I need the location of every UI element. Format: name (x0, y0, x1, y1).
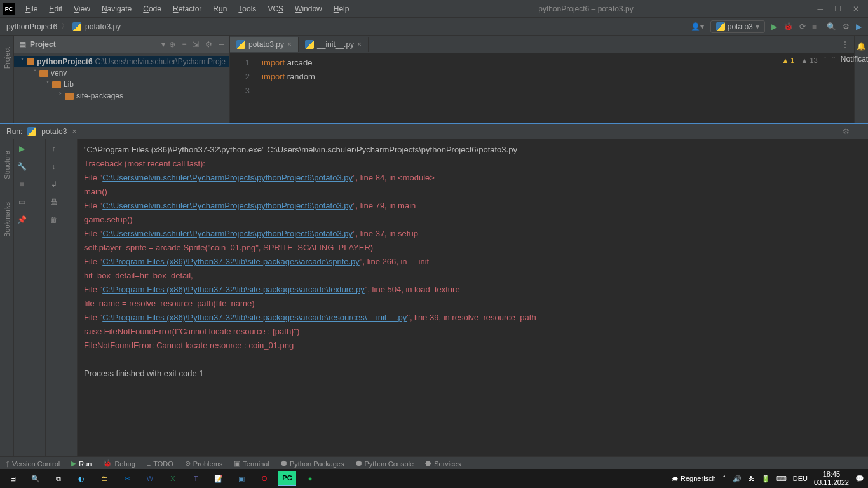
clock[interactable]: 18:45 03.11.2022 (814, 470, 849, 487)
opera-icon[interactable]: O (255, 471, 273, 486)
gear-icon[interactable]: ⚙ (843, 127, 850, 136)
bookmarks-tool-button[interactable]: Bookmarks (3, 197, 11, 242)
chevron-up-icon[interactable]: ˆ (824, 57, 827, 64)
tab-run[interactable]: ▶Run (71, 459, 92, 468)
tab-todo[interactable]: ≡TODO (147, 460, 173, 468)
keyboard-icon[interactable]: ⌨ (776, 475, 787, 483)
project-tool-button[interactable]: Project (3, 42, 11, 74)
run-button[interactable]: ▶ (771, 22, 777, 31)
menu-view[interactable]: View (69, 2, 95, 16)
trash-icon[interactable]: 🗑 (50, 215, 58, 224)
menu-help[interactable]: Help (329, 2, 355, 16)
search-icon[interactable]: 🔍 (827, 22, 836, 31)
tab-debug[interactable]: 🐞Debug (103, 459, 135, 468)
file-link[interactable]: C:\Program Files (x86)\Python37-32\lib\s… (102, 257, 360, 266)
teams-icon[interactable]: T (187, 471, 205, 486)
console-output[interactable]: "C:\Program Files (x86)\Python37-32\pyth… (78, 139, 868, 456)
action-center-icon[interactable]: 💬 (855, 475, 864, 483)
up-stack-icon[interactable]: ↑ (52, 144, 56, 153)
rerun-button[interactable]: ▶ (19, 144, 25, 153)
network-icon[interactable]: 🖧 (748, 475, 755, 482)
tab-vcs[interactable]: ᛘVersion Control (5, 460, 60, 468)
tree-root[interactable]: ˅ pythonProject6 C:\Users\melvin.schuler… (14, 56, 229, 67)
tree-site-packages[interactable]: ˃ site-packages (14, 90, 229, 102)
breadcrumb-project[interactable]: pythonProject6 (6, 22, 57, 31)
close-tab-icon[interactable]: × (357, 40, 362, 49)
soft-wrap-icon[interactable]: ↲ (51, 180, 57, 189)
hide-panel-icon[interactable]: ─ (219, 40, 224, 49)
explorer-icon[interactable]: 🗀 (95, 471, 113, 486)
tray-chevron[interactable]: ˄ (722, 475, 726, 483)
tab-pyconsole[interactable]: ⬢Python Console (356, 459, 414, 468)
collapse-all-icon[interactable]: ⇲ (193, 40, 199, 49)
stop-button[interactable]: ■ (812, 22, 817, 31)
close-tab-icon[interactable]: × (287, 40, 292, 49)
print-icon[interactable]: 🖶 (50, 198, 58, 207)
notifications-icon[interactable]: 🔔 (857, 42, 866, 51)
editor-tab-potato3[interactable]: potato3.py × (230, 37, 299, 52)
file-link[interactable]: C:\Program Files (x86)\Python37-32\lib\s… (102, 313, 407, 322)
pin-icon[interactable]: 📌 (17, 215, 27, 224)
layout-icon[interactable]: ▭ (18, 198, 25, 207)
menu-file[interactable]: File (20, 2, 43, 16)
settings-icon[interactable]: ⚙ (843, 22, 850, 31)
notepad-icon[interactable]: 📝 (210, 471, 227, 486)
tab-options-icon[interactable]: ⋮ (836, 40, 854, 49)
file-link[interactable]: C:\Users\melvin.schuler\PycharmProjects\… (102, 229, 353, 238)
menu-refactor[interactable]: Refactor (168, 2, 207, 16)
spotify-icon[interactable]: ● (301, 471, 319, 486)
battery-icon[interactable]: 🔋 (761, 475, 770, 483)
tab-terminal[interactable]: ▣Terminal (234, 459, 269, 468)
start-button[interactable]: ⊞ (4, 471, 22, 486)
tab-packages[interactable]: ⬢Python Packages (281, 459, 344, 468)
learn-icon[interactable]: ▶ (856, 22, 862, 31)
locate-icon[interactable]: ⊕ (169, 40, 175, 49)
code-content[interactable]: import arcade import random (255, 53, 315, 123)
weather-widget[interactable]: 🌧 Regnerisch (672, 475, 716, 482)
menu-navigate[interactable]: Navigate (97, 2, 137, 16)
editor-tab-init[interactable]: __init__.py × (299, 37, 369, 52)
outlook-icon[interactable]: ✉ (118, 471, 136, 486)
menu-code[interactable]: Code (138, 2, 166, 16)
coverage-button[interactable]: ⟳ (799, 22, 806, 31)
tree-venv[interactable]: ˅ venv (14, 67, 229, 79)
inspection-widget[interactable]: ▲ 1 ▲ 13 ˆ ˇ (782, 57, 835, 64)
close-run-tab-icon[interactable]: × (72, 127, 76, 136)
maximize-button[interactable]: ☐ (834, 4, 841, 13)
file-link[interactable]: C:\Program Files (x86)\Python37-32\lib\s… (102, 285, 365, 294)
pycharm-taskbar-icon[interactable]: PC (278, 471, 296, 486)
volume-icon[interactable]: 🔊 (733, 475, 742, 483)
tab-problems[interactable]: ⊘Problems (185, 459, 222, 468)
tab-services[interactable]: ⬣Services (425, 459, 461, 468)
add-user-icon[interactable]: 👤▾ (691, 22, 704, 31)
structure-tool-button[interactable]: Structure (3, 146, 11, 184)
breadcrumb-file[interactable]: potato3.py (85, 22, 121, 31)
file-link[interactable]: C:\Users\melvin.schuler\PycharmProjects\… (102, 173, 353, 182)
word-icon[interactable]: W (141, 471, 159, 486)
edge-icon[interactable]: ◐ (72, 471, 90, 486)
search-button[interactable]: 🔍 (27, 471, 44, 486)
down-stack-icon[interactable]: ↓ (52, 162, 56, 171)
run-config-selector[interactable]: potato3 ▾ (710, 20, 765, 33)
chevron-down-icon[interactable]: ▾ (161, 40, 165, 49)
excel-icon[interactable]: X (164, 471, 182, 486)
terminal-app-icon[interactable]: ▣ (233, 471, 250, 486)
debug-button[interactable]: 🐞 (783, 22, 793, 31)
wrench-icon[interactable]: 🔧 (17, 162, 27, 171)
task-view-button[interactable]: ⧉ (50, 471, 67, 486)
project-tree[interactable]: ˅ pythonProject6 C:\Users\melvin.schuler… (14, 53, 229, 104)
menu-vcs[interactable]: VCS (262, 2, 288, 16)
stop-button[interactable]: ■ (20, 180, 24, 189)
language-indicator[interactable]: DEU (793, 475, 808, 482)
chevron-down-icon[interactable]: ˇ (832, 57, 835, 64)
menu-tools[interactable]: Tools (233, 2, 261, 16)
menu-run[interactable]: Run (208, 2, 232, 16)
file-link[interactable]: C:\Users\melvin.schuler\PycharmProjects\… (102, 201, 353, 210)
menu-edit[interactable]: Edit (44, 2, 67, 16)
tree-lib[interactable]: ˅ Lib (14, 79, 229, 90)
hide-panel-icon[interactable]: ─ (856, 127, 862, 136)
menu-window[interactable]: Window (290, 2, 327, 16)
close-button[interactable]: ✕ (853, 4, 859, 13)
minimize-button[interactable]: ─ (817, 4, 823, 13)
editor-body[interactable]: 123 import arcade import random ▲ 1 ▲ 13… (230, 53, 854, 123)
